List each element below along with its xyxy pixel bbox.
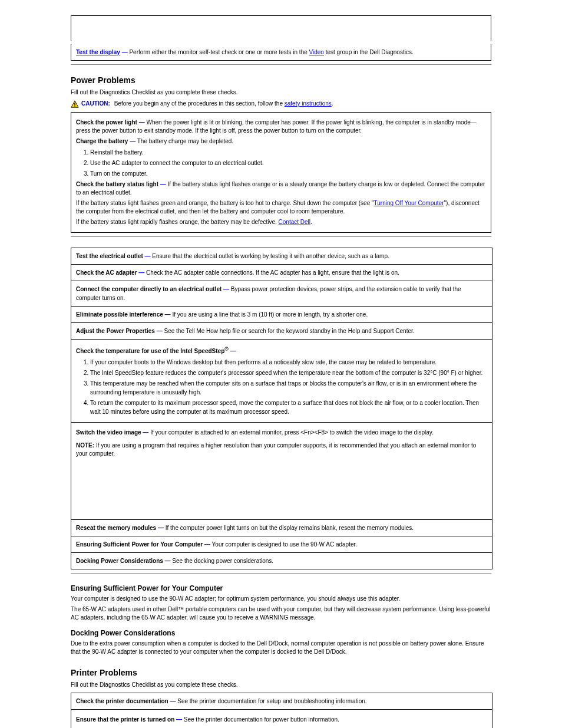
display-test-box	[71, 15, 491, 41]
section-divider	[71, 236, 491, 237]
dash: —	[158, 525, 164, 531]
dash: —	[160, 181, 166, 187]
switch-video-text: If your computer is attached to an exter…	[148, 429, 433, 436]
battery-step-3: Turn on the computer.	[90, 169, 486, 178]
printer-intro: Fill out the Diagnostics Checklist as yo…	[71, 681, 491, 689]
battery-status-label: Check the battery status light	[76, 181, 160, 187]
dash: —	[122, 49, 128, 55]
interference-text: If you are using a line that is 3 m (10 …	[171, 311, 368, 318]
speedstep-steps: If your computer boots to the Windows de…	[76, 358, 487, 416]
caution-icon	[71, 100, 79, 108]
svg-rect-2	[74, 106, 75, 106]
test-display-text: Perform either the monitor self-test che…	[128, 49, 309, 55]
sufficient-power-p2: The 65-W AC adapters used in other Dell™…	[71, 605, 491, 622]
video-link[interactable]: Video	[309, 49, 324, 55]
contact-dell-link[interactable]: Contact Dell	[279, 219, 310, 225]
sufficient-power-heading: Ensuring Sufficient Power for Your Compu…	[71, 584, 491, 592]
reseat-memory-label: Reseat the memory modules	[76, 525, 158, 531]
speedstep-step-3: This temperature may be reached when the…	[90, 379, 487, 397]
printer-on-label: Ensure that the printer is turned on	[76, 716, 176, 723]
dash: —	[145, 253, 151, 259]
safety-instructions-link[interactable]: safety instructions	[285, 100, 332, 107]
interference-label: Eliminate possible interference	[76, 311, 165, 318]
docking-considerations-row-label: Docking Power Considerations	[76, 558, 165, 564]
speedstep-step-4: To return the computer to its maximum pr…	[90, 398, 487, 416]
battery-defective-after: .	[310, 219, 312, 225]
dock-power-row-label: Ensuring Sufficient Power for Your Compu…	[76, 541, 204, 548]
caution-after: .	[332, 100, 333, 107]
speedstep-step-1: If your computer boots to the Windows de…	[90, 358, 487, 367]
test-outlet-label: Test the electrical outlet	[76, 253, 145, 259]
docking-p1: Due to the extra power consumption when …	[71, 640, 491, 656]
registered-symbol: ®	[224, 346, 229, 352]
power-props-text: See the Tell Me How help file or search …	[163, 328, 415, 334]
test-display-link[interactable]: Test the display	[76, 49, 120, 55]
dash: —	[165, 558, 171, 564]
turning-off-link[interactable]: Turning Off Your Computer	[374, 200, 444, 206]
speedstep-label: Check the temperature for use of the Int…	[76, 348, 224, 354]
svg-rect-1	[74, 103, 75, 105]
printer-problems-heading: Printer Problems	[71, 668, 491, 677]
dash: —	[165, 311, 171, 318]
charge-battery-text: The battery charge may be depleted.	[135, 138, 233, 144]
power-intro: Fill out the Diagnostics Checklist as yo…	[71, 88, 491, 97]
dash: —	[176, 716, 182, 723]
charge-battery-label: Charge the battery	[76, 138, 130, 144]
power-problems-heading: Power Problems	[71, 75, 491, 85]
reseat-memory-text: If the computer power light turns on but…	[164, 525, 414, 531]
printer-on-text: See the printer documentation for power …	[182, 716, 339, 723]
caution-text: Before you begin any of the procedures i…	[113, 100, 285, 107]
caution-label: CAUTION:	[81, 100, 110, 107]
section-divider	[71, 573, 491, 574]
sufficient-power-p1: Your computer is designed to use the 90-…	[71, 595, 491, 603]
dash: —	[229, 348, 236, 354]
power-box-1: Check the power light — When the power l…	[71, 112, 491, 233]
battery-step-1: Reinstall the battery.	[90, 148, 486, 157]
switch-video-label: Switch the video image	[76, 429, 143, 436]
display-test-box-bottom: Test the display — Perform either the mo…	[71, 44, 491, 61]
note-label: NOTE:	[76, 442, 94, 449]
battery-defective-before: If the battery status light rapidly flas…	[76, 219, 279, 225]
dock-power-row-text: Your computer is designed to use the 90-…	[210, 541, 357, 548]
test-display-text-after: test group in the Dell Diagnostics.	[324, 49, 414, 55]
dash: —	[157, 328, 163, 334]
power-props-label: Adjust the Power Properties	[76, 328, 157, 334]
section-divider	[71, 64, 491, 65]
dash: —	[170, 698, 176, 704]
battery-step-2: Use the AC adapter to connect the comput…	[90, 159, 486, 167]
battery-hot-text-before: If the battery status light flashes gree…	[76, 200, 374, 206]
caution-row: CAUTION: Before you begin any of the pro…	[71, 100, 491, 108]
dash: —	[130, 138, 135, 144]
dash: —	[204, 541, 210, 548]
docking-considerations-heading: Docking Power Considerations	[71, 629, 491, 637]
battery-steps: Reinstall the battery. Use the AC adapte…	[76, 148, 486, 178]
printer-box: Check the printer documentation — See th…	[71, 693, 492, 728]
check-ac-label: Check the AC adapter	[76, 269, 138, 276]
test-outlet-text: Ensure that the electrical outlet is wor…	[151, 253, 389, 259]
printer-doc-label: Check the printer documentation	[76, 698, 170, 704]
docking-considerations-row-text: See the docking power considerations.	[171, 558, 274, 564]
power-box-2: Test the electrical outlet — Ensure that…	[71, 248, 492, 569]
dash: —	[138, 269, 144, 276]
dash: —	[223, 286, 229, 292]
dash: —	[139, 119, 145, 126]
printer-doc-text: See the printer documentation for setup …	[176, 698, 366, 704]
dash: —	[143, 429, 148, 436]
direct-outlet-label: Connect the computer directly to an elec…	[76, 286, 223, 292]
check-ac-text: Check the AC adapter cable connections. …	[144, 269, 399, 276]
speedstep-step-2: The Intel SpeedStep feature reduces the …	[90, 368, 487, 377]
check-power-light-label: Check the power light	[76, 119, 139, 126]
